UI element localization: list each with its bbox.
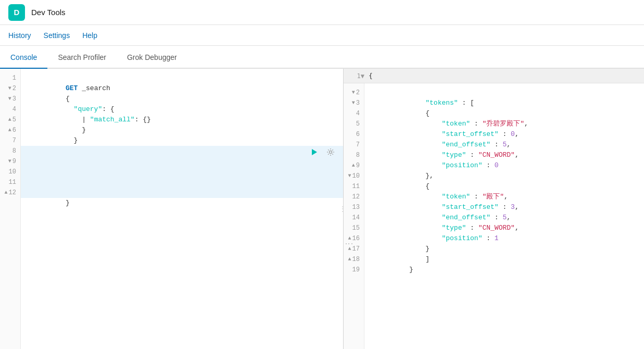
code-line-10: "analyzer": "ik_max_word",	[21, 167, 343, 177]
app-icon: D	[8, 4, 25, 21]
out-line-num-15: 15	[344, 223, 364, 233]
out-code-line-10: {	[364, 171, 644, 181]
out-code-line-18: }	[364, 254, 644, 265]
out-code-line-5: "start_offset" : 0,	[364, 119, 644, 129]
out-code-line-14: "type" : "CN_WORD",	[364, 213, 644, 223]
code-line-3: "query": {	[21, 94, 343, 104]
nav-bar: History Settings Help	[0, 25, 644, 46]
tab-search-profiler[interactable]: Search Profiler	[47, 46, 117, 69]
out-code-line-16: }	[364, 233, 644, 244]
out-code-line-3: {	[364, 98, 644, 108]
code-line-6: }	[21, 125, 343, 135]
svg-marker-0	[312, 149, 317, 155]
out-line-num-18: ▲18	[344, 254, 364, 265]
out-code-line-17: ]	[364, 244, 644, 254]
out-code-line-11: "token" : "殿下",	[364, 181, 644, 192]
code-line-4: | "match_all": {}	[21, 104, 343, 115]
drag-handle[interactable]: ⋮	[340, 198, 343, 219]
app-title: Dev Tools	[31, 8, 66, 17]
output-pane: 1▼ { ▼2 ▼3 4 5 6 7 8 ▲9 ▼10 11 12 13 14 …	[344, 69, 644, 349]
code-line-8: GET _analyze	[21, 146, 343, 156]
svg-point-1	[330, 151, 332, 154]
nav-settings[interactable]: Settings	[44, 25, 70, 46]
code-line-9: {	[21, 156, 343, 167]
vertical-drag-handle[interactable]: ⋮	[344, 240, 353, 247]
line-num-10: 10	[0, 167, 20, 177]
tab-console[interactable]: Console	[0, 46, 47, 69]
out-line-num-6: 6	[344, 129, 364, 140]
out-code-line-13: "end_offset" : 5,	[364, 202, 644, 213]
line-num-9[interactable]: ▼9	[0, 156, 20, 167]
out-code-line-12: "start_offset" : 3,	[364, 192, 644, 202]
line-num-7: 7	[0, 135, 20, 146]
line-num-4: 4	[0, 104, 20, 115]
code-line-7	[21, 135, 343, 146]
out-code-line-9: },	[364, 160, 644, 171]
code-line-12: }	[21, 188, 343, 198]
line-num-1: 1	[0, 73, 20, 83]
out-line-num-19: 19	[344, 265, 364, 275]
code-line-5: }	[21, 115, 343, 125]
nav-history[interactable]: History	[8, 25, 31, 46]
code-area: 1 ▼2 ▼3 4 ▲5 ▲6 7 8 ▼9 10 11	[0, 69, 343, 349]
code-line-1: GET _search	[21, 73, 343, 83]
out-line-num-2: ▼2	[344, 88, 364, 98]
out-line-num-7: 7	[344, 140, 364, 150]
out-code-line-4: "token" : "乔碧罗殿下",	[364, 108, 644, 119]
line-num-3[interactable]: ▼3	[0, 94, 20, 104]
nav-help[interactable]: Help	[82, 25, 97, 46]
editor-pane: 1 ▼2 ▼3 4 ▲5 ▲6 7 8 ▼9 10 11	[0, 69, 344, 349]
out-code-line-15: "position" : 1	[364, 223, 644, 233]
tabs-bar: Console Search Profiler Grok Debugger	[0, 46, 644, 69]
code-lines[interactable]: GET _search { "query": { | "match_all": …	[21, 69, 343, 349]
line-num-11: 11	[0, 177, 20, 188]
out-line-num-3: ▼3	[344, 98, 364, 108]
out-line-num-5: 5	[344, 119, 364, 129]
output-scroll[interactable]: ▼2 ▼3 4 5 6 7 8 ▲9 ▼10 11 12 13 14 15 ▲1…	[344, 83, 644, 349]
out-line-num-9: ▲9	[344, 160, 364, 171]
out-code-line-7: "type" : "CN_WORD",	[364, 140, 644, 150]
out-code-line-8: "position" : 0	[364, 150, 644, 160]
out-line-num-11: 11	[344, 181, 364, 192]
line-num-2[interactable]: ▼2	[0, 83, 20, 94]
main-content: 1 ▼2 ▼3 4 ▲5 ▲6 7 8 ▼9 10 11	[0, 69, 644, 349]
code-line-11: "text":"乔碧罗殿下"	[21, 177, 343, 188]
out-line-num-10: ▼10	[344, 171, 364, 181]
out-line-num-12: 12	[344, 192, 364, 202]
tab-grok-debugger[interactable]: Grok Debugger	[117, 46, 187, 69]
line-num-12[interactable]: ▲12	[0, 188, 20, 198]
out-code-line-19	[364, 265, 644, 275]
out-line-num-4: 4	[344, 108, 364, 119]
out-code-line-2: "tokens" : [	[364, 88, 644, 98]
output-line-numbers: ▼2 ▼3 4 5 6 7 8 ▲9 ▼10 11 12 13 14 15 ▲1…	[344, 83, 364, 349]
out-line-num-14: 14	[344, 213, 364, 223]
line-num-5[interactable]: ▲5	[0, 115, 20, 125]
code-line-2: {	[21, 83, 343, 94]
out-line-num-13: 13	[344, 202, 364, 213]
output-header: 1▼ {	[344, 69, 644, 83]
editor-line-numbers: 1 ▼2 ▼3 4 ▲5 ▲6 7 8 ▼9 10 11	[0, 69, 21, 349]
out-line-num-8: 8	[344, 150, 364, 160]
out-code-line-6: "end_offset" : 5,	[364, 129, 644, 140]
line-num-8: 8	[0, 146, 20, 156]
output-lines: "tokens" : [ { "token" : "乔碧罗殿下", "start…	[364, 83, 644, 349]
line-num-6[interactable]: ▲6	[0, 125, 20, 135]
top-bar: D Dev Tools	[0, 0, 644, 25]
